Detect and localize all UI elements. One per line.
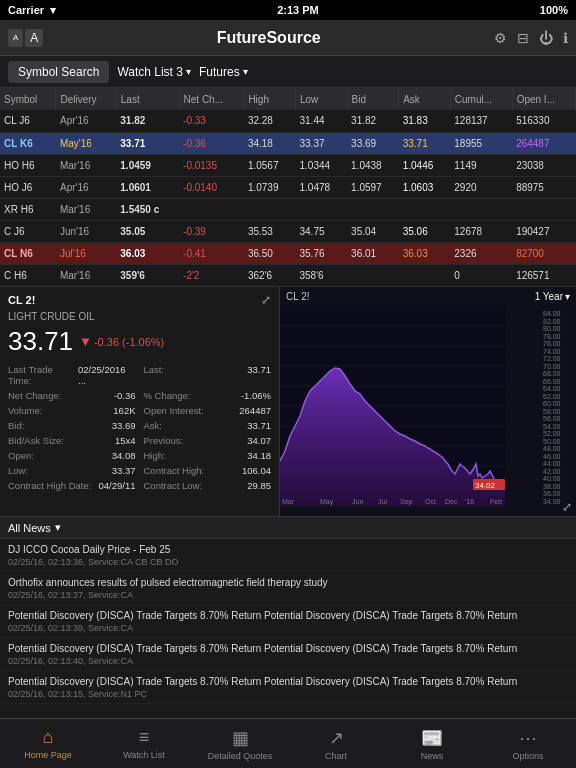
news-headline: Potential Discovery (DISCA) Trade Target…: [8, 675, 568, 688]
list-item[interactable]: Orthofix announces results of pulsed ele…: [0, 572, 576, 605]
font-size-controls[interactable]: A A: [8, 29, 43, 47]
cell-low: 358'6: [295, 264, 347, 286]
table-row[interactable]: HO J6 Apr'16 1.0601 -0.0140 1.0739 1.047…: [0, 176, 576, 198]
cell-ask: 33.71: [399, 132, 451, 154]
cell-last: 1.0601: [116, 176, 179, 198]
tab-options[interactable]: ⋯ Options: [480, 719, 576, 768]
period-chevron-icon: ▾: [565, 291, 570, 302]
detail-row: High: 34.18: [144, 449, 272, 462]
detail-row: Bid/Ask Size: 15x4: [8, 434, 136, 447]
tab-news[interactable]: 📰 News: [384, 719, 480, 768]
svg-text:Dec: Dec: [445, 498, 458, 505]
chart-expand-bottom-icon[interactable]: ⤢: [562, 500, 572, 514]
table-row[interactable]: C H6 Mar'16 359'6 -2'2 362'6 358'6 0 126…: [0, 264, 576, 286]
info-icon[interactable]: ℹ: [563, 30, 568, 46]
table-row[interactable]: CL N6 Jul'16 36.03 -0.41 36.50 35.76 36.…: [0, 242, 576, 264]
cell-bid: [347, 198, 399, 220]
cell-symbol: HO J6: [0, 176, 56, 198]
list-item[interactable]: DJ ICCO Cocoa Daily Price - Feb 25 02/25…: [0, 539, 576, 572]
tab-label-2: Detailed Quotes: [208, 751, 273, 761]
font-large-button[interactable]: A: [25, 29, 43, 47]
chart-period-button[interactable]: 1 Year ▾: [535, 291, 570, 302]
app-title: FutureSource: [43, 29, 494, 47]
list-item[interactable]: Potential Discovery (DISCA) Trade Target…: [0, 605, 576, 638]
table-row[interactable]: CL K6 May'16 33.71 -0.36 34.18 33.37 33.…: [0, 132, 576, 154]
detail-value: 33.37: [112, 465, 136, 476]
svg-text:Feb: Feb: [490, 498, 502, 505]
secondary-nav: Symbol Search Watch List 3 ▾ Futures ▾: [0, 56, 576, 88]
settings-icon[interactable]: ⚙: [494, 30, 507, 46]
cell-ask: [399, 198, 451, 220]
cell-symbol: CL N6: [0, 242, 56, 264]
quotes-table: Symbol Delivery Last Net Ch... High Low …: [0, 88, 576, 286]
detail-value: 33.71: [247, 364, 271, 386]
cell-low: [295, 198, 347, 220]
detail-label: % Change:: [144, 390, 191, 401]
detail-row: Net Change: -0.36: [8, 389, 136, 402]
table-row[interactable]: CL J6 Apr'16 31.82 -0.33 32.28 31.44 31.…: [0, 110, 576, 132]
cell-last: 1.5450 c: [116, 198, 179, 220]
table-header-row: Symbol Delivery Last Net Ch... High Low …: [0, 88, 576, 110]
symbol-search-button[interactable]: Symbol Search: [8, 61, 109, 83]
tab-watch-list[interactable]: ≡ Watch List: [96, 719, 192, 768]
col-cumul: Cumul...: [450, 88, 512, 110]
y-axis-labels: 84.0082.0080.0078.00 76.0074.0072.0070.0…: [541, 306, 576, 509]
quotes-wrapper: Symbol Delivery Last Net Ch... High Low …: [0, 88, 576, 286]
cell-last: 33.71: [116, 132, 179, 154]
save-icon[interactable]: ⊟: [517, 30, 529, 46]
tab-icon-0: ⌂: [43, 727, 54, 748]
cell-low: 1.0478: [295, 176, 347, 198]
detail-label: Bid:: [8, 420, 24, 431]
tab-icon-1: ≡: [139, 727, 150, 748]
table-row[interactable]: C J6 Jun'16 35.05 -0.39 35.53 34.75 35.0…: [0, 220, 576, 242]
tab-home-page[interactable]: ⌂ Home Page: [0, 719, 96, 768]
cell-symbol: XR H6: [0, 198, 56, 220]
list-item[interactable]: Potential Discovery (DISCA) Trade Target…: [0, 671, 576, 704]
price-chart-svg: 34.02 Mar May Jun Jul Sep Oct Dec '16 Fe…: [280, 306, 541, 506]
cell-delivery: Mar'16: [56, 264, 116, 286]
tab-detailed-quotes[interactable]: ▦ Detailed Quotes: [192, 719, 288, 768]
futures-button[interactable]: Futures ▾: [199, 65, 248, 79]
tab-label-0: Home Page: [24, 750, 72, 760]
cell-delivery: Mar'16: [56, 198, 116, 220]
cell-cumul: [450, 198, 512, 220]
font-small-button[interactable]: A: [8, 29, 23, 47]
list-item[interactable]: Potential Discovery (DISCA) Trade Target…: [0, 638, 576, 671]
detail-value: 106.04: [242, 465, 271, 476]
detail-row: Contract Low: 29.85: [144, 479, 272, 492]
price-change-badge: ▼ -0.36 (-1.06%): [79, 334, 164, 349]
watchlist-button[interactable]: Watch List 3 ▾: [117, 65, 191, 79]
detail-value: -0.36: [114, 390, 136, 401]
cell-openint: 264487: [512, 132, 575, 154]
detail-label: Volume:: [8, 405, 42, 416]
tab-chart[interactable]: ↗ Chart: [288, 719, 384, 768]
col-symbol: Symbol: [0, 88, 56, 110]
table-row[interactable]: HO H6 Mar'16 1.0459 -0.0135 1.0567 1.034…: [0, 154, 576, 176]
wifi-icon: ▾: [50, 4, 56, 17]
news-list: DJ ICCO Cocoa Daily Price - Feb 25 02/25…: [0, 539, 576, 706]
detail-row: Low: 33.37: [8, 464, 136, 477]
table-row[interactable]: XR H6 Mar'16 1.5450 c: [0, 198, 576, 220]
news-headline: Potential Discovery (DISCA) Trade Target…: [8, 642, 568, 655]
power-icon[interactable]: ⏻: [539, 30, 553, 46]
cell-low: 34.75: [295, 220, 347, 242]
cell-bid: 36.01: [347, 242, 399, 264]
news-header[interactable]: All News ▾: [0, 517, 576, 539]
cell-last: 1.0459: [116, 154, 179, 176]
tab-icon-2: ▦: [232, 727, 249, 749]
news-header-label: All News: [8, 522, 51, 534]
col-high: High: [244, 88, 296, 110]
expand-icon[interactable]: ⤢: [261, 293, 271, 307]
detail-row: Last Trade Time: 02/25/2016 ...: [8, 363, 136, 387]
watchlist-chevron-icon: ▾: [186, 66, 191, 77]
list-item[interactable]: Marriott Vacations Sees Earnings Above E…: [0, 704, 576, 706]
cell-symbol: CL K6: [0, 132, 56, 154]
time-label: 2:13 PM: [277, 4, 319, 16]
detail-row: Volume: 162K: [8, 404, 136, 417]
detail-value: 33.71: [247, 420, 271, 431]
detail-value: 04/29/11: [99, 480, 136, 491]
quotes-tbody: CL J6 Apr'16 31.82 -0.33 32.28 31.44 31.…: [0, 110, 576, 286]
cell-high: 362'6: [244, 264, 296, 286]
chart-left-panel: CL 2! ⤢ LIGHT CRUDE OIL 33.71 ▼ -0.36 (-…: [0, 287, 280, 516]
chart-title-bar: CL 2! ⤢: [8, 293, 271, 307]
